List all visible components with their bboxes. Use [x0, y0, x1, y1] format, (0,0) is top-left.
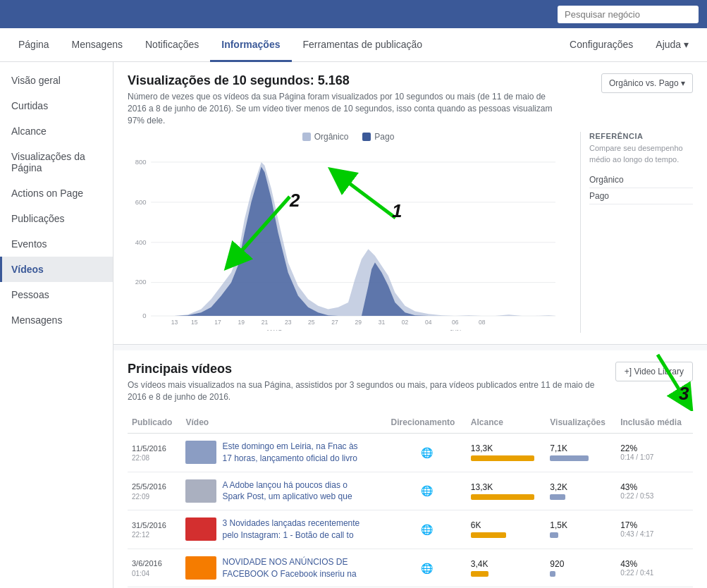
views-value: 3,2K — [550, 482, 612, 492]
chart-wrapper: Orgânico Pago 800 600 400 — [128, 132, 693, 333]
globe-icon: 🌐 — [391, 447, 462, 458]
search-input[interactable] — [558, 6, 699, 23]
cell-direcionamento: 🌐 — [387, 510, 467, 549]
video-title[interactable]: NOVIDADE NOS ANÚNCIOS DE FACEBOOK O Face… — [222, 556, 363, 580]
sidebar-item-pessoas[interactable]: Pessoas — [0, 282, 113, 307]
video-title[interactable]: A Adobe lançou há poucos dias o Spark Po… — [222, 479, 363, 503]
reference-option-pago[interactable]: Pago — [589, 188, 693, 204]
sidebar-item-videos[interactable]: Vídeos — [0, 257, 113, 282]
legend-label-organico: Orgânico — [314, 132, 349, 142]
video-cell: 3 Novidades lançadas recentemente pelo I… — [185, 517, 382, 541]
table-row: 31/5/2016 22:12 3 Novidades lançadas rec… — [128, 510, 693, 549]
col-alcance: Alcance — [467, 412, 546, 434]
pub-date: 11/5/2016 — [132, 443, 177, 454]
svg-text:08: 08 — [479, 319, 486, 326]
tab-ferramentas[interactable]: Ferramentas de publicação — [292, 29, 434, 62]
sidebar-item-publicacoes[interactable]: Publicações — [0, 206, 113, 231]
cell-direcionamento: 🌐 — [387, 433, 467, 472]
tab-ajuda[interactable]: Ajuda ▾ — [644, 29, 700, 62]
svg-text:29: 29 — [355, 319, 362, 326]
reference-option-organico[interactable]: Orgânico — [589, 172, 693, 188]
video-title[interactable]: 3 Novidades lançadas recentemente pelo I… — [222, 517, 363, 541]
video-cell: NOVIDADE NOS ANÚNCIOS DE FACEBOOK O Face… — [185, 556, 382, 580]
video-thumbnail — [185, 441, 216, 464]
views-value: 920 — [550, 559, 612, 569]
table-row: 3/6/2016 01:04 NOVIDADE NOS ANÚNCIOS DE … — [128, 549, 693, 587]
sidebar-item-actions-on-page[interactable]: Actions on Page — [0, 180, 113, 206]
inclusao-time: 0:22 / 0:41 — [620, 569, 689, 577]
cell-video: NOVIDADE NOS ANÚNCIOS DE FACEBOOK O Face… — [181, 549, 386, 587]
table-subtitle: Os vídeos mais visualizados na sua Págin… — [128, 379, 607, 403]
cell-views: 7,1K — [546, 433, 616, 472]
video-thumbnail — [185, 517, 216, 541]
pub-date: 25/5/2016 — [132, 482, 177, 492]
chart-legend: Orgânico Pago — [128, 132, 569, 142]
table-body: 11/5/2016 22:08 Este domingo em Leiria, … — [128, 433, 693, 587]
pub-date: 3/6/2016 — [132, 558, 177, 569]
tab-mensagens[interactable]: Mensagens — [61, 29, 134, 62]
inclusao-pct: 43% — [620, 559, 689, 569]
chart-svg-container: 800 600 400 200 0 — [128, 147, 569, 333]
svg-text:27: 27 — [331, 319, 338, 326]
tab-notificacoes[interactable]: Notificações — [134, 29, 210, 62]
svg-text:15: 15 — [191, 319, 198, 326]
sidebar-item-mensagens[interactable]: Mensagens — [0, 307, 113, 333]
legend-organico: Orgânico — [302, 132, 349, 142]
sidebar-item-visualizacoes-pagina[interactable]: Visualizações da Página — [0, 144, 113, 180]
sidebar-item-curtidas[interactable]: Curtidas — [0, 93, 113, 118]
table-header: Principais vídeos Os vídeos mais visuali… — [128, 362, 693, 403]
legend-dot-pago — [362, 133, 371, 141]
video-library-button[interactable]: +] Video Library — [615, 362, 693, 381]
main-nav: Página Mensagens Notificações Informaçõe… — [0, 28, 707, 62]
top-bar — [0, 0, 707, 28]
table-head: Publicado Vídeo Direcionamento Alcance V… — [128, 412, 693, 434]
svg-text:06: 06 — [452, 319, 459, 326]
pub-date: 31/5/2016 — [132, 520, 177, 531]
reach-value: 6K — [471, 520, 541, 530]
cell-views: 920 — [546, 549, 616, 587]
reach-value: 13,3K — [471, 482, 541, 492]
table-row: 11/5/2016 22:08 Este domingo em Leiria, … — [128, 433, 693, 472]
sidebar-item-visao-geral[interactable]: Visão geral — [0, 68, 113, 93]
table-row: 25/5/2016 22:09 A Adobe lançou há poucos… — [128, 472, 693, 510]
chart-area-organic — [151, 162, 555, 316]
tab-pagina[interactable]: Página — [7, 29, 61, 62]
cell-video: A Adobe lançou há poucos dias o Spark Po… — [181, 472, 386, 510]
cell-direcionamento: 🌐 — [387, 549, 467, 587]
inclusao-pct: 43% — [620, 482, 689, 492]
col-visualizacoes: Visualizações — [546, 412, 616, 434]
svg-text:0: 0 — [142, 312, 146, 319]
svg-text:04: 04 — [425, 319, 432, 326]
chart-area: Orgânico Pago 800 600 400 — [128, 132, 569, 333]
pub-time: 22:12 — [132, 531, 177, 539]
reach-bar — [471, 455, 534, 461]
chart-title: Visualizações de 10 segundos: 5.168 — [128, 73, 565, 88]
views-bar — [550, 532, 558, 538]
main-content: Visualizações de 10 segundos: 5.168 Núme… — [113, 62, 707, 588]
svg-text:17: 17 — [214, 319, 221, 326]
chart-subtitle: Número de vezes que os vídeos da sua Pág… — [128, 91, 565, 126]
tab-informacoes[interactable]: Informações — [210, 29, 291, 62]
svg-text:31: 31 — [379, 319, 386, 326]
pub-time: 01:04 — [132, 570, 177, 577]
chart-svg: 800 600 400 200 0 — [128, 147, 569, 331]
chart-reference-panel: REFERÊNCIA Compare seu desempenho médio … — [580, 132, 693, 333]
views-value: 7,1K — [550, 443, 612, 453]
legend-dot-organico — [302, 133, 311, 141]
cell-video: Este domingo em Leiria, na Fnac às 17 ho… — [181, 433, 386, 472]
sidebar-item-eventos[interactable]: Eventos — [0, 231, 113, 257]
video-cell: Este domingo em Leiria, na Fnac às 17 ho… — [185, 441, 382, 465]
col-inclusao: Inclusão média — [616, 412, 693, 434]
video-thumbnail — [185, 556, 216, 580]
video-title[interactable]: Este domingo em Leiria, na Fnac às 17 ho… — [222, 441, 363, 465]
tab-configuracoes[interactable]: Configurações — [558, 29, 644, 62]
cell-video: 3 Novidades lançadas recentemente pelo I… — [181, 510, 386, 549]
legend-label-pago: Pago — [374, 132, 394, 142]
svg-text:19: 19 — [238, 319, 245, 326]
inclusao-time: 0:43 / 4:17 — [620, 530, 689, 538]
sidebar-item-alcance[interactable]: Alcance — [0, 118, 113, 144]
svg-text:600: 600 — [135, 198, 147, 206]
svg-text:13: 13 — [171, 319, 178, 326]
organic-pago-button[interactable]: Orgânico vs. Pago ▾ — [601, 73, 693, 93]
reach-value: 13,3K — [471, 443, 541, 453]
